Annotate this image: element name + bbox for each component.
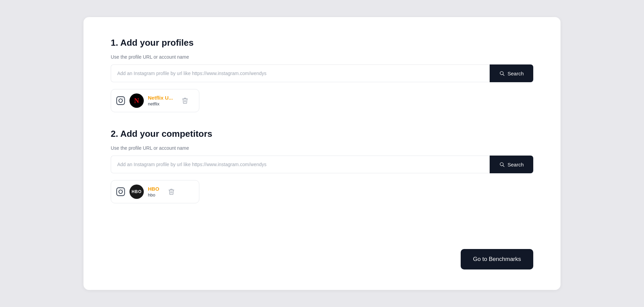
section1-search-row: Search	[111, 64, 533, 82]
section2-search-button[interactable]: Search	[490, 156, 533, 173]
section2-profile-handle: hbo	[148, 192, 159, 198]
section2-profile-info: HBO hbo	[148, 186, 159, 198]
svg-rect-7	[117, 188, 124, 195]
section1-title: 1. Add your profiles	[111, 38, 533, 48]
goto-benchmarks-button[interactable]: Go to Benchmarks	[461, 249, 533, 269]
section1-trash-icon	[182, 97, 188, 104]
section1-avatar: N	[129, 93, 144, 108]
main-card: 1. Add your profiles Use the profile URL…	[83, 17, 561, 290]
svg-point-8	[119, 190, 123, 194]
svg-point-3	[119, 99, 123, 103]
section2-profile-name: HBO	[148, 186, 159, 192]
section1-profile-info: Netflix U... netflix	[148, 95, 173, 106]
section1-profile-card: N Netflix U... netflix	[111, 89, 199, 112]
section1-search-input[interactable]	[111, 64, 490, 82]
section2-trash-icon	[168, 188, 175, 195]
section2-search-icon	[499, 162, 505, 167]
svg-rect-2	[117, 97, 124, 104]
section2-title: 2. Add your competitors	[111, 129, 533, 139]
section1-subtitle: Use the profile URL or account name	[111, 54, 533, 60]
section2-delete-button[interactable]	[167, 187, 176, 196]
section2-profile-card: HBO HBO hbo	[111, 180, 199, 203]
section1-profile-name: Netflix U...	[148, 95, 173, 101]
section2-subtitle: Use the profile URL or account name	[111, 145, 533, 151]
section1-profile-handle: netflix	[148, 101, 173, 106]
section2-search-row: Search	[111, 156, 533, 173]
section1-instagram-icon	[116, 96, 125, 105]
section2-avatar: HBO	[129, 185, 144, 199]
section1-search-icon	[499, 71, 505, 76]
section-add-competitors: 2. Add your competitors Use the profile …	[111, 129, 533, 203]
svg-line-1	[503, 74, 504, 76]
section2-search-input[interactable]	[111, 156, 490, 173]
svg-line-6	[503, 165, 504, 167]
section2-instagram-icon	[116, 187, 125, 196]
svg-point-4	[123, 98, 123, 99]
svg-point-9	[123, 189, 123, 190]
section-add-profiles: 1. Add your profiles Use the profile URL…	[111, 38, 533, 112]
section1-delete-button[interactable]	[180, 96, 190, 105]
section1-search-button[interactable]: Search	[490, 64, 533, 82]
